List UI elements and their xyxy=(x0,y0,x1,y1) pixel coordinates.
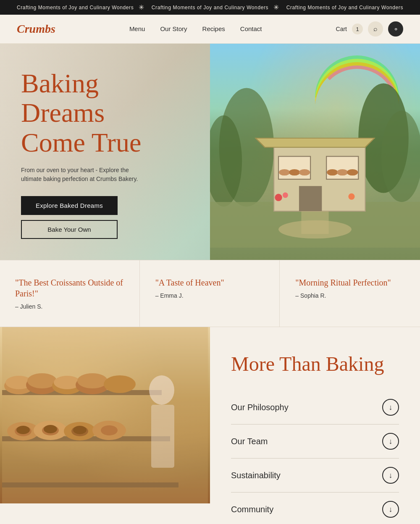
announcement-bar: Crafting Moments of Joy and Culinary Won… xyxy=(0,0,420,15)
hero-image xyxy=(210,44,420,260)
svg-point-35 xyxy=(104,375,136,393)
accordion-team: Our Team ↓ xyxy=(231,424,399,458)
main-nav: Crumbs Menu Our Story Recipes Contact Ca… xyxy=(0,15,420,44)
svg-rect-23 xyxy=(2,327,208,503)
svg-point-14 xyxy=(299,169,310,176)
accordion-label-philosophy: Our Philosophy xyxy=(231,403,289,412)
accordion-community: Community ↓ xyxy=(231,493,399,524)
bakery-interior-photo xyxy=(0,327,210,503)
nav-contact[interactable]: Contact xyxy=(240,25,262,32)
testimonials-section: "The Best Croissants Outside of Paris!" … xyxy=(0,260,420,327)
svg-point-16 xyxy=(337,169,348,176)
svg-point-22 xyxy=(348,193,354,199)
svg-point-12 xyxy=(279,169,290,176)
search-button[interactable]: ⌕ xyxy=(368,21,383,37)
asterisk-icon-2: ✳ xyxy=(273,3,279,11)
svg-point-47 xyxy=(149,375,174,405)
cart-badge[interactable]: 1 xyxy=(352,24,363,34)
asterisk-icon-1: ✳ xyxy=(139,3,144,11)
nav-menu[interactable]: Menu xyxy=(129,25,145,32)
svg-point-41 xyxy=(44,425,57,433)
svg-point-46 xyxy=(101,425,118,435)
explore-button[interactable]: Explore Baked Dreams xyxy=(21,196,118,215)
testimonial-quote-3: "Morning Ritual Perfection" xyxy=(295,277,405,288)
accordion-sustainability: Sustainability ↓ xyxy=(231,458,399,493)
down-arrow-icon-1: ↓ xyxy=(389,403,393,412)
accordion-label-sustainability: Sustainability xyxy=(231,471,281,480)
testimonial-card-3: "Morning Ritual Perfection" – Sophia R. xyxy=(280,260,420,327)
announcement-text-2: Crafting Moments of Joy and Culinary Won… xyxy=(152,5,268,10)
svg-rect-10 xyxy=(326,156,358,179)
svg-point-15 xyxy=(327,169,338,176)
accordion-label-community: Community xyxy=(231,505,273,514)
accordion-label-team: Our Team xyxy=(231,437,268,446)
accordion-btn-philosophy[interactable]: ↓ xyxy=(382,399,399,416)
section-title: More Than Baking xyxy=(231,352,399,375)
testimonial-author-2: – Emma J. xyxy=(155,292,265,299)
announcement-item-3: Crafting Moments of Joy and Culinary Won… xyxy=(286,5,403,10)
svg-point-20 xyxy=(275,194,282,201)
svg-rect-19 xyxy=(301,211,328,234)
down-arrow-icon-3: ↓ xyxy=(389,471,393,480)
testimonial-quote-2: "A Taste of Heaven" xyxy=(155,277,265,288)
down-arrow-icon-2: ↓ xyxy=(389,437,393,446)
announcement-text-1: Crafting Moments of Joy and Culinary Won… xyxy=(17,5,134,10)
cart-label: Cart xyxy=(336,26,347,32)
svg-point-38 xyxy=(16,426,30,434)
nav-links: Menu Our Story Recipes Contact xyxy=(129,25,262,33)
nav-recipes[interactable]: Recipes xyxy=(202,25,225,32)
announcement-item-2: Crafting Moments of Joy and Culinary Won… xyxy=(152,3,279,11)
svg-point-34 xyxy=(77,373,108,388)
testimonial-card-1: "The Best Croissants Outside of Paris!" … xyxy=(0,260,140,327)
testimonial-author-1: – Julien S. xyxy=(15,303,124,310)
hero-section: Baking Dreams Come True From our oven to… xyxy=(0,44,420,260)
hero-content: Baking Dreams Come True From our oven to… xyxy=(0,44,210,260)
svg-point-21 xyxy=(283,192,288,198)
testimonial-card-2: "A Taste of Heaven" – Emma J. xyxy=(140,260,280,327)
bakery-image xyxy=(210,44,420,260)
more-than-baking-section: More Than Baking Our Philosophy ↓ Our Te… xyxy=(0,327,420,524)
bakery-illustration xyxy=(210,44,420,260)
hero-subtitle: From our oven to your heart - Explore th… xyxy=(21,166,147,183)
account-button[interactable]: ⚬ xyxy=(388,21,403,37)
svg-rect-9 xyxy=(278,156,310,179)
bread-shelf-illustration xyxy=(0,327,210,503)
accordion-btn-team[interactable]: ↓ xyxy=(382,433,399,450)
bake-your-own-button[interactable]: Bake Your Own xyxy=(21,220,118,239)
svg-rect-26 xyxy=(2,482,178,487)
accordion-section: More Than Baking Our Philosophy ↓ Our Te… xyxy=(210,327,420,524)
svg-point-44 xyxy=(73,426,87,434)
down-arrow-icon-4: ↓ xyxy=(389,505,393,514)
svg-marker-6 xyxy=(256,138,375,147)
announcement-text-3: Crafting Moments of Joy and Culinary Won… xyxy=(286,5,403,10)
nav-our-story[interactable]: Our Story xyxy=(160,25,187,32)
logo[interactable]: Crumbs xyxy=(17,22,55,36)
svg-point-13 xyxy=(289,169,300,176)
svg-rect-11 xyxy=(299,186,322,211)
svg-rect-48 xyxy=(151,405,174,468)
testimonial-author-3: – Sophia R. xyxy=(295,292,405,299)
hero-title: Baking Dreams Come True xyxy=(21,69,189,157)
accordion-btn-community[interactable]: ↓ xyxy=(382,501,399,518)
account-icon: ⚬ xyxy=(393,25,399,33)
nav-right: Cart 1 ⌕ ⚬ xyxy=(336,21,403,37)
svg-point-17 xyxy=(347,169,358,176)
search-icon: ⌕ xyxy=(373,25,378,33)
accordion-btn-sustainability[interactable]: ↓ xyxy=(382,467,399,484)
announcement-item-1: Crafting Moments of Joy and Culinary Won… xyxy=(17,3,144,11)
accordion-philosophy: Our Philosophy ↓ xyxy=(231,390,399,424)
testimonial-quote-1: "The Best Croissants Outside of Paris!" xyxy=(15,277,124,299)
